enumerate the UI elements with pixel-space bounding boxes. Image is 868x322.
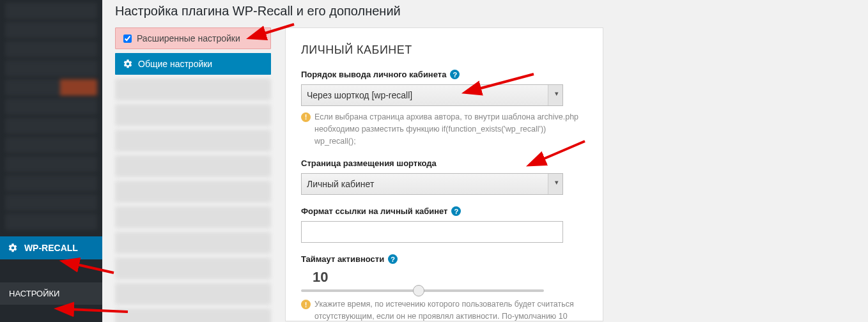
sidebar-item-blur (5, 194, 97, 211)
warning-icon: ! (301, 300, 311, 309)
select-shortcode-page[interactable]: Личный кабинет (301, 173, 563, 195)
tab-general-settings[interactable]: Общие настройки (115, 53, 271, 75)
sidebar-wp-recall-label: WP-RECALL (24, 243, 78, 253)
sidebar-item-blur (5, 213, 97, 230)
help-icon[interactable]: ? (451, 206, 461, 216)
field-note: Укажите время, по истечению которого пол… (314, 298, 587, 321)
help-icon[interactable]: ? (388, 254, 398, 264)
timeout-value: 10 (313, 269, 587, 286)
sidebar-subitem-settings[interactable]: НАСТРОЙКИ (0, 282, 102, 305)
field-label: Таймаут активности (301, 254, 384, 264)
tab-blur (115, 206, 271, 228)
panel-heading: ЛИЧНЫЙ КАБИНЕТ (301, 43, 587, 57)
field-note: Если выбрана страница архива автора, то … (314, 111, 587, 147)
settings-tabs: Расширенные настройки Общие настройки (115, 27, 271, 322)
tab-blur (115, 181, 271, 203)
tab-blur (115, 79, 271, 100)
sidebar-item-blur (5, 79, 97, 96)
sidebar-item-blur (5, 22, 97, 38)
warning-icon: ! (301, 112, 311, 122)
field-output-order: Порядок вывода личного кабинета ? Через … (301, 70, 587, 147)
help-icon[interactable]: ? (450, 70, 460, 79)
page-title: Настройка плагина WP-Recall и его дополн… (115, 4, 868, 19)
sidebar-item-blur (5, 137, 97, 153)
sidebar-item-blur (5, 175, 97, 192)
field-link-format: Формат ссылки на личный кабинет ? (301, 206, 587, 243)
field-shortcode-page: Страница размещения шорткода Личный каби… (301, 158, 587, 195)
gear-icon (123, 59, 133, 69)
field-label: Формат ссылки на личный кабинет (301, 206, 447, 216)
tab-blur (115, 155, 271, 177)
sidebar-item-blur (5, 98, 97, 115)
extended-checkbox[interactable] (123, 34, 132, 43)
sidebar-item-blur (5, 3, 97, 19)
tab-general-label: Общие настройки (138, 59, 212, 69)
slider-thumb[interactable] (413, 285, 424, 296)
tab-blur (115, 104, 271, 126)
wp-admin-sidebar: WP-RECALL НАСТРОЙКИ (0, 0, 102, 322)
field-label: Страница размещения шорткода (301, 158, 437, 168)
sidebar-item-blur (5, 156, 97, 172)
field-timeout: Таймаут активности ? 10 ! Укажите время,… (301, 254, 587, 321)
tab-blur (115, 309, 271, 322)
select-output-order[interactable]: Через шорткод [wp-recall] (301, 84, 563, 106)
tab-blur (115, 232, 271, 254)
tab-blur (115, 283, 271, 305)
tab-extended-settings[interactable]: Расширенные настройки (115, 27, 271, 49)
field-label: Порядок вывода личного кабинета (301, 70, 446, 79)
settings-panel: ЛИЧНЫЙ КАБИНЕТ Порядок вывода личного ка… (285, 27, 603, 321)
tab-blur (115, 130, 271, 151)
sidebar-item-blur (5, 118, 97, 134)
sidebar-item-blur (5, 41, 97, 57)
settings-panel-wrap: ЛИЧНЫЙ КАБИНЕТ Порядок вывода личного ка… (285, 27, 603, 321)
sidebar-item-wp-recall[interactable]: WP-RECALL (0, 236, 102, 259)
input-link-format[interactable] (301, 221, 563, 243)
timeout-slider[interactable] (301, 289, 544, 292)
content-wrap: Настройка плагина WP-Recall и его дополн… (115, 0, 868, 322)
tab-extended-label: Расширенные настройки (137, 33, 240, 43)
sidebar-item-blur (5, 60, 97, 77)
gear-icon (8, 243, 18, 253)
tab-blur (115, 257, 271, 279)
